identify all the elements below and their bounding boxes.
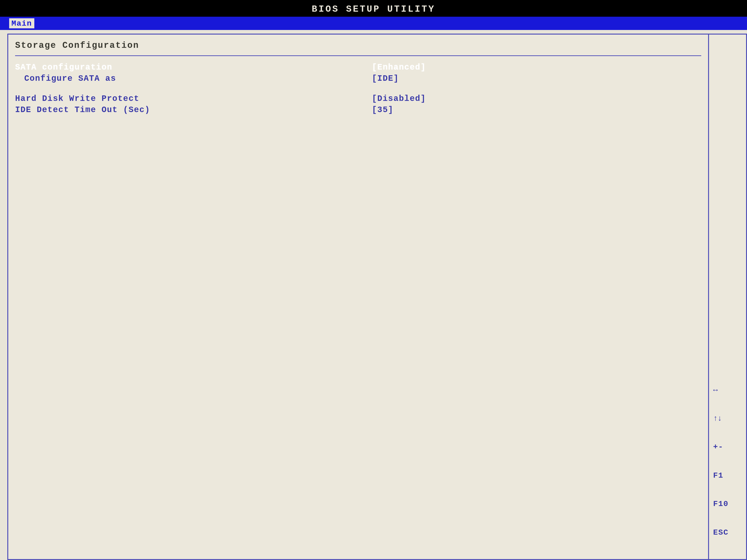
- row-configure-sata-as[interactable]: Configure SATA as [IDE]: [15, 73, 701, 84]
- section-title: Storage Configuration: [15, 41, 701, 55]
- tab-main[interactable]: Main: [9, 18, 34, 28]
- bios-screen: BIOS SETUP UTILITY Main Storage Configur…: [0, 0, 747, 560]
- app-title: BIOS SETUP UTILITY: [312, 4, 435, 15]
- row-ide-detect-timeout[interactable]: IDE Detect Time Out (Sec) [35]: [15, 105, 701, 116]
- help-key-up-down: ↑↓: [713, 414, 742, 423]
- row-hd-write-protect[interactable]: Hard Disk Write Protect [Disabled]: [15, 93, 701, 105]
- help-key-plus-minus: +-: [713, 443, 742, 452]
- help-panel: ↔ ↑↓ +- F1 F10 ESC: [708, 34, 747, 560]
- help-key-left-right: ↔: [713, 386, 742, 395]
- value-sata-configuration: [Enhanced]: [372, 62, 701, 73]
- help-key-f1: F1: [713, 471, 742, 480]
- label-hd-write-protect: Hard Disk Write Protect: [15, 93, 372, 105]
- settings-panel: Storage Configuration SATA configuration…: [7, 34, 708, 560]
- help-key-f10: F10: [713, 499, 742, 509]
- title-bar: BIOS SETUP UTILITY: [0, 0, 747, 17]
- value-configure-sata-as: [IDE]: [372, 73, 701, 84]
- value-ide-detect-timeout: [35]: [372, 105, 701, 116]
- label-ide-detect-timeout: IDE Detect Time Out (Sec): [15, 105, 372, 116]
- row-sata-configuration[interactable]: SATA configuration [Enhanced]: [15, 62, 701, 73]
- content-area: Storage Configuration SATA configuration…: [0, 30, 747, 560]
- spacer: [15, 84, 701, 93]
- label-sata-configuration: SATA configuration: [15, 62, 372, 73]
- help-keys: ↔ ↑↓ +- F1 F10 ESC: [713, 367, 742, 556]
- label-configure-sata-as: Configure SATA as: [15, 73, 372, 84]
- help-key-esc: ESC: [713, 528, 742, 537]
- section-divider: [15, 55, 701, 56]
- value-hd-write-protect: [Disabled]: [372, 93, 701, 105]
- menu-bar: Main: [0, 17, 747, 30]
